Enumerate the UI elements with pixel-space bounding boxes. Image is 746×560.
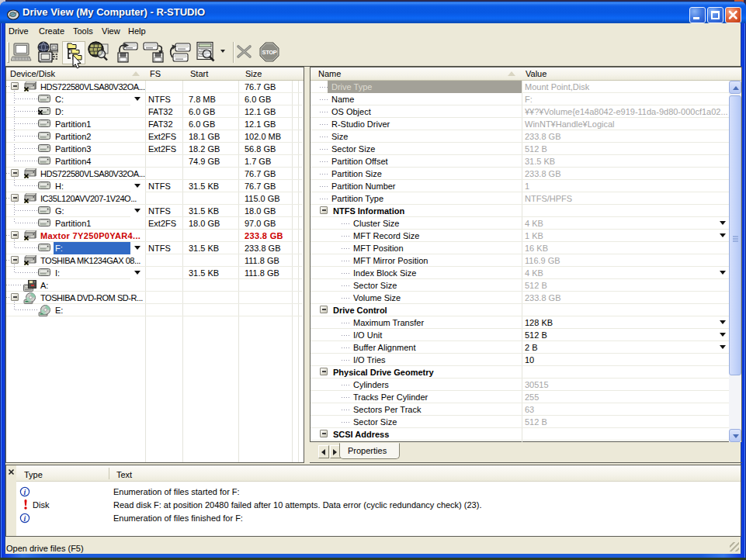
svg-text:i: i bbox=[24, 488, 26, 496]
svg-text:STOP: STOP bbox=[262, 49, 276, 56]
svg-text:i: i bbox=[24, 514, 26, 523]
